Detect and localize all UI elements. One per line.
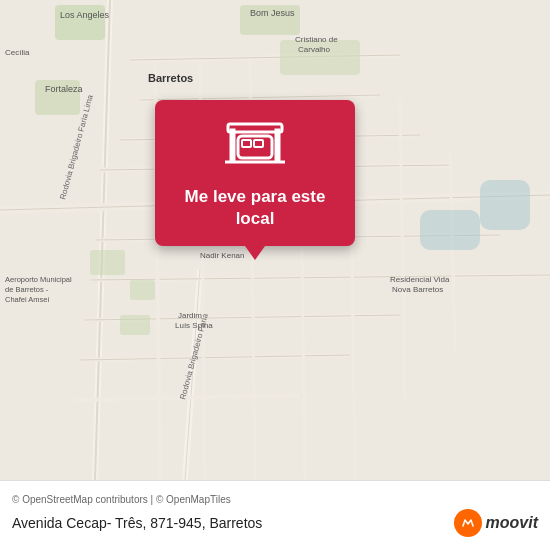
popup-text: Me leve para este local — [171, 186, 339, 230]
moovit-label: moovit — [486, 514, 538, 532]
svg-text:Cristiano de: Cristiano de — [295, 35, 338, 44]
bottom-bar: © OpenStreetMap contributors | © OpenMap… — [0, 480, 550, 550]
svg-rect-57 — [228, 124, 282, 132]
svg-text:Los Angeles: Los Angeles — [60, 10, 110, 20]
moovit-icon — [454, 509, 482, 537]
svg-text:Luís Spina: Luís Spina — [175, 321, 213, 330]
map-container: Los Angeles Bom Jesus Cecília Cristiano … — [0, 0, 550, 480]
svg-text:Bom Jesus: Bom Jesus — [250, 8, 295, 18]
svg-text:Cecília: Cecília — [5, 48, 30, 57]
svg-text:Fortaleza: Fortaleza — [45, 84, 83, 94]
svg-text:Carvalho: Carvalho — [298, 45, 331, 54]
popup-card[interactable]: Me leve para este local — [155, 100, 355, 246]
svg-rect-39 — [120, 315, 150, 335]
svg-rect-58 — [231, 130, 234, 160]
svg-rect-61 — [242, 140, 251, 147]
address-row: Avenida Cecap- Três, 871-945, Barretos m… — [12, 509, 538, 537]
svg-text:Barretos: Barretos — [148, 72, 193, 84]
svg-rect-38 — [130, 280, 155, 300]
svg-rect-37 — [90, 250, 125, 275]
moovit-logo[interactable]: moovit — [454, 509, 538, 537]
svg-rect-36 — [480, 180, 530, 230]
svg-text:Nova Barretos: Nova Barretos — [392, 285, 443, 294]
svg-text:Aeroporto Municipal: Aeroporto Municipal — [5, 275, 72, 284]
address-text: Avenida Cecap- Três, 871-945, Barretos — [12, 515, 262, 531]
svg-rect-62 — [254, 140, 263, 147]
svg-text:Nadir Kenan: Nadir Kenan — [200, 251, 244, 260]
attribution-text: © OpenStreetMap contributors | © OpenMap… — [12, 494, 538, 505]
bus-icon-container — [220, 116, 290, 176]
svg-text:Jardim: Jardim — [178, 311, 202, 320]
svg-text:Residencial Vida: Residencial Vida — [390, 275, 450, 284]
svg-rect-59 — [276, 130, 279, 160]
svg-text:Chafei Amsei: Chafei Amsei — [5, 295, 50, 304]
svg-text:de Barretos -: de Barretos - — [5, 285, 49, 294]
svg-rect-35 — [420, 210, 480, 250]
